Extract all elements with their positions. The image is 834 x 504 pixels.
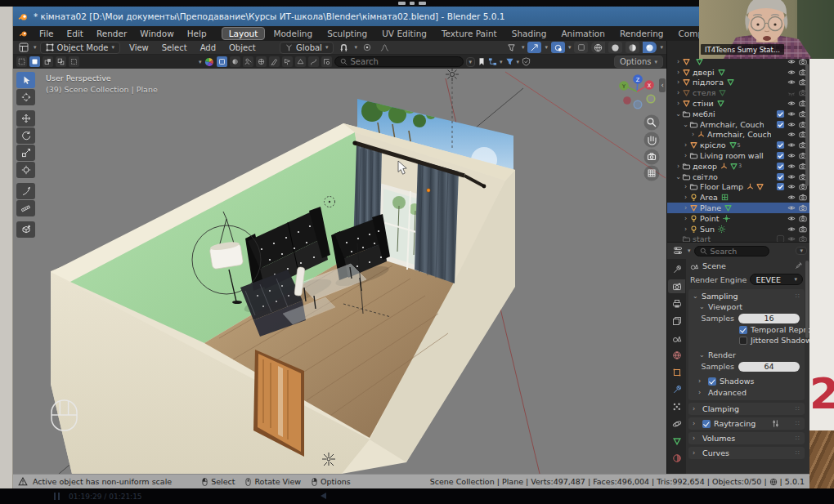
visibility-eye-icon[interactable] (787, 172, 796, 181)
tool-header-caret[interactable]: ▾ (199, 59, 202, 65)
render-camera-icon[interactable] (798, 203, 808, 212)
outliner-scrollbar[interactable] (805, 64, 809, 186)
tool-measure[interactable] (16, 200, 35, 216)
object-name[interactable]: Area (700, 193, 718, 202)
outliner-row-підлога[interactable]: ›підлога (667, 78, 809, 88)
outliner-row-стіни[interactable]: ›стіни (667, 98, 809, 109)
pause-icon[interactable] (54, 493, 60, 500)
properties-tab-tool[interactable] (668, 262, 685, 276)
include-checkbox[interactable] (776, 109, 785, 118)
speaker-icon[interactable] (321, 493, 326, 499)
render-camera-icon[interactable] (798, 234, 808, 242)
gizmo-navigate-icon[interactable] (527, 42, 541, 53)
outliner-row-крісло[interactable]: ›крісло5 (667, 140, 809, 150)
shadows-subpanel[interactable]: ›Shadows (688, 376, 805, 387)
editor-icon-8[interactable] (308, 56, 319, 67)
workspace-tab-layout[interactable]: Layout (222, 27, 266, 40)
outliner-row-living-room-wall-set[interactable]: ›Living room wall set (667, 150, 809, 161)
tool-cursor[interactable] (16, 89, 35, 105)
properties-tab-world[interactable] (668, 348, 685, 362)
object-name[interactable]: Point (700, 214, 720, 223)
render-samples-field[interactable]: 64 (738, 362, 800, 372)
properties-tab-object-data[interactable] (668, 434, 685, 448)
editor-icon-1[interactable] (217, 56, 227, 67)
expand-arrow[interactable]: › (682, 152, 689, 159)
properties-filter-button[interactable]: ▾ (796, 247, 807, 255)
include-checkbox[interactable] (776, 234, 785, 242)
hierarchy-icon[interactable] (488, 57, 497, 66)
shading-material-icon[interactable] (626, 42, 639, 53)
outliner-row-floor-lamp[interactable]: ›Floor Lamp (667, 182, 809, 193)
object-name[interactable]: Armchair, Couch a (707, 130, 771, 139)
outliner-row-стеля[interactable]: ›стеля (667, 87, 809, 98)
visibility-eye-icon[interactable] (787, 203, 796, 212)
shading-rendered-icon[interactable] (643, 42, 657, 53)
menu-file[interactable]: File (33, 28, 61, 39)
visibility-eye-icon[interactable] (787, 78, 796, 87)
object-name[interactable]: стеля (693, 88, 715, 97)
visibility-eye-icon[interactable] (787, 234, 796, 242)
viewport-options-button[interactable]: Options▾ (614, 56, 663, 68)
visibility-eye-icon[interactable] (787, 182, 796, 191)
advanced-subpanel[interactable]: ›Advanced (688, 387, 805, 399)
filter-dropdown[interactable]: ▾ (466, 57, 476, 67)
object-name[interactable]: стіни (693, 99, 714, 108)
object-name[interactable]: меблі (693, 109, 715, 118)
menu-window[interactable]: Window (133, 28, 180, 39)
panel-raytracing[interactable]: ›Raytracing∷ (688, 417, 805, 430)
expand-arrow[interactable]: › (682, 194, 689, 201)
viewport-menu-object[interactable]: Object (223, 42, 262, 53)
select-mode-extend[interactable] (43, 56, 53, 67)
panel-curves[interactable]: ›Curves∷ (688, 447, 805, 459)
xray-toggle-icon[interactable] (574, 42, 588, 53)
shading-solid-icon[interactable] (608, 42, 622, 53)
workspace-tab-sculpting[interactable]: Sculpting (321, 28, 374, 39)
render-engine-dropdown[interactable]: EEVEE▾ (750, 274, 803, 285)
properties-tab-particles[interactable] (668, 399, 685, 413)
select-mode-tweak[interactable] (16, 56, 27, 67)
visibility-eye-icon[interactable] (787, 162, 796, 171)
properties-tab-physics[interactable] (668, 417, 685, 430)
expand-arrow[interactable]: ⌄ (675, 173, 682, 181)
visibility-eye-icon[interactable] (787, 130, 796, 139)
visibility-eye-icon[interactable] (787, 140, 796, 149)
properties-search-input[interactable]: Search (694, 246, 769, 256)
sampling-panel-header[interactable]: ⌄Sampling∷ (688, 290, 805, 301)
color-wheel-icon[interactable] (204, 57, 214, 67)
visibility-eye-icon[interactable] (787, 120, 796, 129)
include-checkbox[interactable] (776, 120, 785, 129)
outliner-row-start[interactable]: start (667, 234, 809, 242)
expand-arrow[interactable]: ⌄ (682, 121, 689, 128)
include-checkbox[interactable] (776, 151, 785, 160)
raytracing-checkbox[interactable] (702, 420, 711, 428)
viewport-menu-add[interactable]: Add (195, 42, 222, 53)
breadcrumb-label[interactable]: Scene (702, 261, 726, 270)
viewport-search-input[interactable]: Search (334, 56, 464, 67)
object-name[interactable]: Sun (700, 225, 715, 234)
select-mode-box[interactable] (29, 56, 40, 67)
properties-tab-object[interactable] (668, 365, 685, 379)
render-camera-icon[interactable] (798, 193, 808, 202)
expand-arrow[interactable]: › (675, 78, 682, 86)
tool-rotate[interactable] (16, 127, 35, 144)
panel-volumes[interactable]: ›Volumes∷ (688, 432, 805, 444)
render-camera-icon[interactable] (798, 225, 808, 234)
workspace-tab-uv-editing[interactable]: UV Editing (375, 28, 433, 39)
viewport-menu-view[interactable]: View (123, 42, 155, 53)
tool-tweak-select[interactable] (16, 72, 35, 88)
shadows-checkbox[interactable] (708, 377, 716, 386)
outliner-row-двері[interactable]: ›двері (667, 67, 809, 78)
editor-icon-3[interactable] (243, 56, 253, 67)
workspace-tab-shading[interactable]: Shading (505, 28, 554, 39)
editor-type-caret[interactable]: ▾ (34, 44, 37, 51)
tool-scale[interactable] (16, 145, 35, 161)
visibility-eye-icon[interactable] (787, 109, 796, 118)
object-name[interactable]: крісло (700, 140, 726, 149)
render-subpanel-header[interactable]: ⌄Render (688, 350, 805, 360)
visibility-eye-icon[interactable] (787, 151, 796, 160)
proportional-edit-icon[interactable] (361, 42, 374, 53)
3d-viewport[interactable]: Z X Y ‹ User Perspective (13, 69, 666, 474)
include-checkbox[interactable] (776, 140, 785, 149)
blender-menu-icon[interactable] (16, 29, 31, 38)
expand-arrow[interactable]: › (682, 141, 689, 149)
